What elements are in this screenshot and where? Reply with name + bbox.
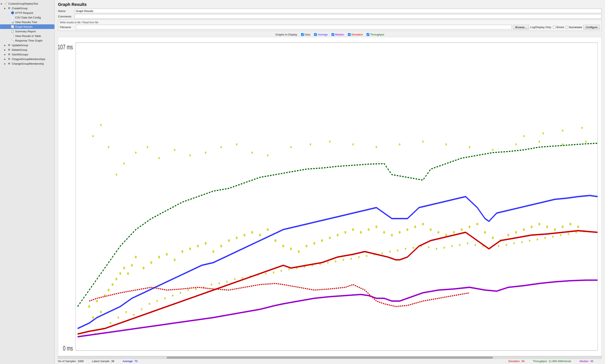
- chart-scrollbar[interactable]: [58, 356, 602, 359]
- sidebar-item-view-results-table[interactable]: 📑View Results in Table: [0, 34, 54, 38]
- svg-point-35: [306, 245, 308, 247]
- comments-input[interactable]: [75, 14, 602, 19]
- svg-point-106: [141, 308, 142, 310]
- errors-checkbox[interactable]: [553, 26, 556, 28]
- errors-checkbox-group[interactable]: Errors: [553, 26, 564, 29]
- sidebar-item-change-group-membership[interactable]: ▶⚙ChangeGroupMembership: [0, 61, 54, 66]
- svg-point-75: [123, 162, 125, 165]
- svg-point-147: [459, 244, 460, 246]
- average-label: Average: [123, 360, 133, 363]
- broom-icon: 🧹: [4, 2, 8, 5]
- svg-point-92: [422, 141, 424, 143]
- svg-point-164: [523, 135, 524, 137]
- svg-point-49: [414, 225, 416, 228]
- average-checkbox-input[interactable]: [314, 33, 317, 36]
- svg-point-59: [492, 236, 494, 239]
- sidebar-item-label: DeleteGroup: [12, 48, 27, 52]
- browse-button[interactable]: Browse...: [513, 25, 529, 29]
- svg-point-18: [174, 259, 176, 261]
- svg-point-158: [544, 237, 546, 239]
- sidebar-item-label: CreateGroup: [12, 7, 27, 10]
- comments-label: Comments:: [58, 15, 75, 18]
- svg-point-11: [127, 272, 129, 275]
- sidebar-item-get-all-groups[interactable]: ▶⚙GetAllGroups: [0, 52, 54, 57]
- checkbox-median[interactable]: Median: [332, 33, 344, 36]
- successes-checkbox[interactable]: [565, 26, 568, 28]
- sidebar-item-summary-report[interactable]: 📋Summary Report: [0, 29, 54, 34]
- svg-point-55: [461, 228, 463, 231]
- svg-point-83: [236, 143, 237, 145]
- svg-point-154: [513, 242, 515, 244]
- arrow-icon: ▶: [4, 7, 7, 10]
- response-icon: 📉: [11, 39, 14, 42]
- configure-button[interactable]: Configure: [583, 25, 600, 29]
- checkbox-data[interactable]: Data: [301, 33, 310, 36]
- svg-point-46: [391, 234, 393, 236]
- filename-input[interactable]: [76, 25, 512, 29]
- svg-point-124: [281, 270, 282, 272]
- svg-point-90: [376, 146, 377, 148]
- svg-point-84: [252, 152, 253, 154]
- sidebar-item-create-group[interactable]: ▶⚙CreateGroup: [0, 6, 54, 11]
- svg-point-149: [474, 244, 476, 246]
- svg-point-62: [515, 231, 517, 234]
- sidebar-item-http-request[interactable]: 🔵HTTP Request: [0, 11, 54, 15]
- svg-point-58: [484, 231, 486, 234]
- sidebar-item-graph-results[interactable]: 📈Graph Results: [0, 24, 54, 29]
- filename-label: Filename: [60, 26, 75, 29]
- successes-checkbox-group[interactable]: Successes: [565, 26, 582, 29]
- graph-icon: 📈: [11, 25, 14, 28]
- page-title: Graph Results: [58, 2, 602, 7]
- svg-point-141: [412, 247, 414, 249]
- tree-icon: 📊: [11, 20, 14, 24]
- data-checkbox-input[interactable]: [301, 33, 304, 36]
- svg-point-148: [467, 242, 468, 244]
- svg-point-118: [234, 278, 235, 280]
- median-checkbox-input[interactable]: [332, 33, 334, 36]
- samples-stat: No of Samples 1000: [58, 360, 84, 363]
- deviation-checkbox-input[interactable]: [348, 33, 351, 36]
- svg-point-29: [259, 234, 261, 236]
- svg-point-47: [399, 231, 401, 234]
- sidebar-item-csv-data[interactable]: 📄CSV Data Set Config: [0, 15, 54, 20]
- svg-point-161: [568, 233, 569, 235]
- latest-sample-value: 39: [111, 360, 114, 363]
- sidebar-item-change-group-memberships[interactable]: ▶⚙ChagneGroupMemberships: [0, 57, 54, 61]
- svg-point-130: [327, 261, 329, 264]
- gear-icon: ⚙: [7, 57, 11, 61]
- svg-point-122: [265, 273, 267, 274]
- median-value: 49: [590, 360, 593, 363]
- name-input[interactable]: [75, 9, 602, 13]
- deviation-checkbox-label: Deviation: [351, 33, 363, 36]
- svg-point-53: [445, 234, 447, 236]
- sidebar-item-update-group[interactable]: ▶⚙UpdateGroup: [0, 43, 54, 47]
- sidebar-item-view-results-tree[interactable]: 📊View Results Tree: [0, 20, 54, 24]
- svg-point-77: [147, 146, 148, 148]
- errors-label: Errors: [556, 26, 564, 29]
- svg-point-123: [273, 272, 274, 273]
- y-top-label: 107 ms: [58, 43, 73, 51]
- sidebar-item-response-time-graph[interactable]: 📉Response Time Graph: [0, 38, 54, 43]
- sidebar-item-label: Summary Report: [15, 30, 36, 33]
- svg-point-134: [358, 256, 360, 258]
- sidebar-item-root[interactable]: ▶🧹CustosGroupDeployTest: [0, 1, 54, 6]
- svg-point-87: [310, 143, 311, 145]
- svg-point-67: [554, 228, 556, 231]
- svg-point-99: [585, 141, 587, 143]
- checkbox-throughput[interactable]: Throughput: [367, 33, 384, 36]
- svg-point-37: [321, 239, 323, 242]
- checkbox-average[interactable]: Average: [314, 33, 328, 36]
- throughput-checkbox-input[interactable]: [367, 33, 369, 36]
- svg-point-108: [156, 300, 158, 302]
- svg-point-72: [100, 124, 101, 126]
- svg-point-14: [143, 267, 145, 269]
- sidebar-item-label: ChagneGroupMemberships: [12, 57, 45, 61]
- sidebar-item-delete-group[interactable]: ▶⚙DeleteGroup: [0, 47, 54, 52]
- checkbox-deviation[interactable]: Deviation: [348, 33, 363, 36]
- write-results-title: Write results to file / Read from file: [60, 21, 600, 24]
- svg-point-96: [515, 143, 517, 145]
- svg-point-61: [507, 234, 509, 236]
- http-icon: 🔵: [11, 11, 14, 15]
- arrow-icon: ▶: [4, 53, 7, 56]
- svg-point-19: [181, 250, 183, 253]
